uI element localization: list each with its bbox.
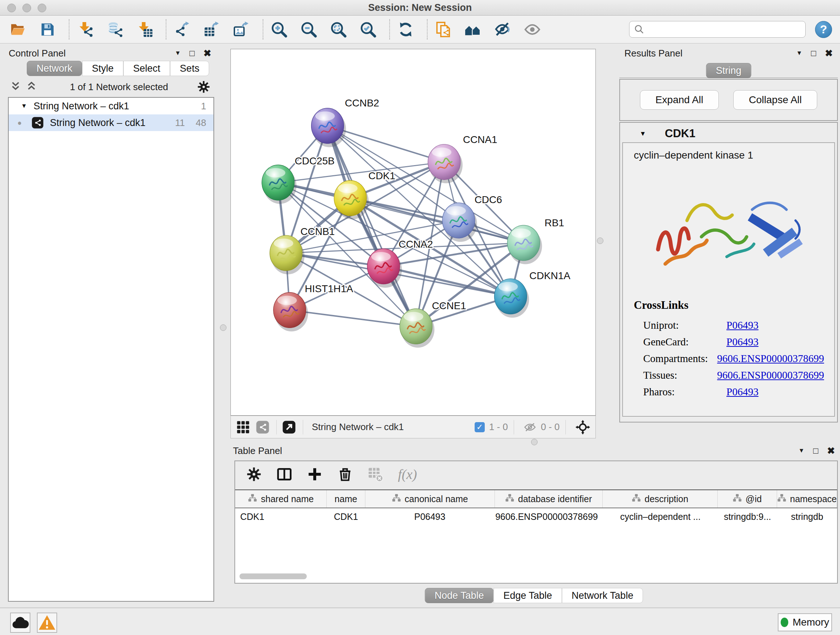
tab-style[interactable]: Style — [82, 61, 123, 76]
hide-selected-button[interactable] — [493, 19, 512, 40]
table-cell: stringdb — [777, 508, 837, 525]
collapse-all-networks-icon[interactable] — [9, 81, 22, 93]
cloud-status-icon[interactable] — [10, 613, 30, 633]
close-window-icon[interactable] — [7, 4, 16, 12]
crosslink-link[interactable]: 9606.ENSP00000378699 — [717, 369, 824, 381]
network-grid-icon[interactable] — [236, 420, 250, 434]
right-splitter-handle[interactable] — [597, 238, 603, 244]
panel-close-icon[interactable]: ✖ — [203, 48, 211, 59]
minimize-window-icon[interactable] — [22, 4, 31, 12]
expand-all-button[interactable]: Expand All — [640, 90, 719, 110]
table-settings-gear-icon[interactable] — [246, 466, 262, 482]
import-network-database-button[interactable] — [105, 19, 125, 40]
gene-expand-icon[interactable]: ▼ — [639, 130, 646, 138]
panel-float-icon[interactable]: □ — [813, 446, 819, 456]
column-header-description[interactable]: description — [603, 490, 718, 508]
export-table-button[interactable] — [202, 19, 221, 40]
network-view-canvas[interactable]: CCNB2CCNA1CDC25BCDK1CDC6RB1CCNB1CCNA2CDK… — [231, 49, 596, 416]
expand-all-networks-icon[interactable] — [25, 81, 38, 93]
column-header-shared-name[interactable]: shared name — [235, 490, 327, 508]
tab-network[interactable]: Network — [27, 61, 82, 76]
network-view-type-icon[interactable] — [256, 420, 270, 434]
birds-eye-crosshair-icon[interactable] — [575, 420, 591, 435]
window-title: Session: New Session — [0, 0, 840, 15]
table-horizontal-scrollbar[interactable] — [240, 573, 833, 579]
panel-menu-icon[interactable]: ▼ — [175, 50, 181, 57]
node-CDKN1A[interactable]: CDKN1A — [494, 270, 571, 318]
table-row[interactable]: CDK1CDK1P064939606.ENSP00000378699cyclin… — [235, 508, 837, 525]
tab-network-table[interactable]: Network Table — [562, 588, 643, 603]
left-splitter-handle[interactable] — [220, 325, 226, 331]
tab-node-table[interactable]: Node Table — [425, 588, 493, 603]
edge-CCNB2-CCNE1[interactable] — [327, 126, 416, 326]
new-network-from-selection-button[interactable] — [433, 19, 453, 40]
save-session-button[interactable] — [38, 19, 57, 40]
node-CCNB1[interactable]: CCNB1 — [270, 226, 335, 274]
import-table-file-button[interactable] — [134, 19, 154, 40]
first-neighbors-button[interactable] — [463, 19, 483, 40]
crosslink-link[interactable]: P06493 — [726, 386, 759, 398]
crosslink-link[interactable]: 9606.ENSP00000378699 — [717, 353, 824, 364]
collapse-all-button[interactable]: Collapse All — [733, 90, 817, 110]
show-columns-icon[interactable] — [276, 466, 292, 482]
tree-expand-icon[interactable]: ▼ — [21, 103, 27, 110]
node-CCNA2[interactable]: CCNA2 — [367, 239, 433, 288]
crosslink-link[interactable]: P06493 — [726, 336, 759, 348]
import-network-file-button[interactable] — [75, 19, 95, 40]
panel-close-icon[interactable]: ✖ — [827, 445, 835, 456]
crosslink-label: Pharos: — [643, 386, 726, 398]
node-HIST1H1A[interactable]: HIST1H1A — [273, 283, 354, 332]
network-options-gear-icon[interactable] — [197, 80, 210, 94]
column-header-@id[interactable]: @id — [718, 490, 777, 508]
node-CCNA1[interactable]: CCNA1 — [428, 134, 497, 183]
column-header-canonical-name[interactable]: canonical name — [365, 490, 495, 508]
node-CCNB2[interactable]: CCNB2 — [311, 97, 379, 147]
panel-float-icon[interactable]: □ — [189, 48, 195, 58]
network-collection-row[interactable]: ▼ String Network – cdk1 1 — [9, 98, 213, 114]
crosslink-link[interactable]: P06493 — [726, 319, 759, 331]
warning-status-icon[interactable] — [37, 613, 57, 633]
panel-menu-icon[interactable]: ▼ — [798, 447, 805, 454]
network-row-selected[interactable]: ● String Network – cdk1 11 48 — [9, 114, 213, 131]
export-network-button[interactable] — [172, 19, 192, 40]
zoom-fit-button[interactable] — [328, 19, 348, 40]
crosslink-row: Uniprot:P06493 — [633, 317, 824, 333]
zoom-selected-button[interactable] — [358, 19, 378, 40]
tab-select[interactable]: Select — [123, 61, 170, 76]
title-bar: Session: New Session — [0, 0, 840, 16]
zoom-out-button[interactable] — [299, 19, 318, 40]
column-tree-icon — [392, 493, 401, 502]
toolbar-separator — [427, 19, 428, 40]
help-button[interactable]: ? — [815, 21, 832, 38]
zoom-in-icon — [271, 21, 287, 38]
export-image-button[interactable] — [232, 19, 251, 40]
node-label-CDKN1A: CDKN1A — [529, 270, 570, 281]
edge-HIST1H1A-CCNE1[interactable] — [290, 310, 416, 326]
delete-column-icon[interactable] — [337, 466, 353, 482]
column-header-namespace[interactable]: namespace — [777, 490, 837, 508]
column-header-name[interactable]: name — [327, 490, 365, 508]
search-box[interactable] — [629, 21, 806, 38]
tab-edge-table[interactable]: Edge Table — [493, 588, 562, 603]
node-CCNE1[interactable]: CCNE1 — [400, 300, 466, 348]
node-RB1[interactable]: RB1 — [507, 217, 564, 264]
column-header-database-identifier[interactable]: database identifier — [495, 490, 603, 508]
panel-menu-icon[interactable]: ▼ — [796, 50, 802, 57]
search-input[interactable] — [647, 24, 801, 35]
bottom-splitter-handle[interactable] — [531, 439, 538, 445]
panel-close-icon[interactable]: ✖ — [825, 48, 833, 59]
node-label-CCNA1: CCNA1 — [463, 134, 497, 145]
show-all-button[interactable] — [523, 19, 542, 40]
zoom-in-button[interactable] — [269, 19, 289, 40]
apply-layout-button[interactable] — [396, 19, 415, 40]
tab-string[interactable]: String — [706, 63, 752, 78]
tab-sets[interactable]: Sets — [170, 61, 209, 76]
edge-CCNA2-CDKN1A[interactable] — [384, 266, 510, 296]
panel-float-icon[interactable]: □ — [811, 48, 816, 58]
memory-button[interactable]: Memory — [778, 613, 832, 631]
open-session-button[interactable] — [8, 19, 27, 40]
add-column-icon[interactable] — [307, 466, 323, 482]
maximize-window-icon[interactable] — [38, 4, 46, 12]
gene-section-header[interactable]: ▼ CDK1 — [622, 125, 835, 142]
detach-view-icon[interactable] — [282, 420, 296, 434]
